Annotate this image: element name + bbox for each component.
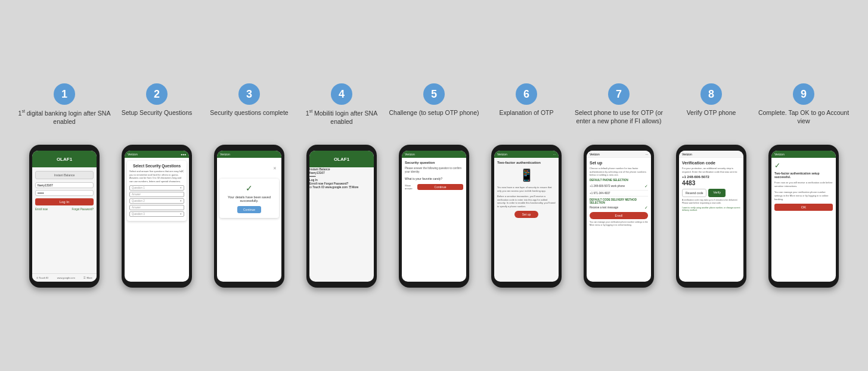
phone-5: Verizon Security question Please answer … bbox=[399, 145, 469, 288]
phone-6: Verizon ··· Two-factor authentication 📱 … bbox=[491, 145, 562, 288]
screen8-link[interactable]: I want to verify using another phone num… bbox=[682, 207, 740, 211]
screen2-q1[interactable]: Question 1▾ bbox=[129, 185, 184, 191]
step-8: 8 Verify OTP phone Verizon Verification … bbox=[665, 83, 758, 288]
nav4-touchid[interactable]: ⊙ Touch ID bbox=[309, 185, 324, 189]
step-5: 5 Challenge (to setup OTP phone) Verizon… bbox=[388, 83, 480, 288]
screen5-show[interactable]: Show answer bbox=[405, 184, 416, 190]
nav4-more[interactable]: ☰ More bbox=[349, 185, 359, 189]
step-8-label: Verify OTP phone bbox=[687, 108, 736, 117]
screen8-resend-btn[interactable]: Resend code bbox=[682, 189, 706, 197]
screen-6: Verizon ··· Two-factor authentication 📱 … bbox=[494, 151, 559, 282]
screen1-instant-btn[interactable]: Instant Balance bbox=[35, 171, 94, 179]
screen7-phone1[interactable]: +1 248-606-5072 work phone ✓ bbox=[590, 183, 648, 191]
screen2-close[interactable]: ✕ bbox=[181, 169, 184, 174]
step-4-header: 4 1st Mobiliti login after SNA enabled bbox=[296, 83, 388, 140]
nav-touchid[interactable]: ⊙ Touch ID bbox=[36, 276, 48, 279]
screen5-title: Security question bbox=[405, 161, 463, 164]
screen-4: OLAF1 Instant Balance fisery13167 ••••••… bbox=[309, 151, 374, 282]
screen3-topbar: Verizon bbox=[217, 151, 281, 158]
screen9-carrier: Verizon bbox=[774, 152, 785, 156]
phone-icon: 📱 bbox=[497, 168, 556, 182]
screen2-a1[interactable]: Answer bbox=[129, 192, 184, 197]
screen8-content: Verification code For your protection, a… bbox=[679, 158, 743, 214]
screen1-bottom-nav: ⊙ Touch ID www.google.com ☰ More bbox=[32, 273, 97, 282]
step-6-circle: 6 bbox=[516, 83, 537, 105]
screen7-topbar: Verizon ··· bbox=[587, 151, 651, 158]
step-9-header: 9 Complete. Tap OK to go Account view bbox=[758, 83, 850, 140]
screen7-manage-text: You can manage your verification phone n… bbox=[590, 221, 648, 227]
screen6-menu[interactable]: ··· bbox=[553, 152, 556, 156]
screen8-carrier: Verizon bbox=[682, 152, 692, 156]
step-6-header: 6 Explanation of OTP bbox=[499, 83, 553, 140]
screen2-q2[interactable]: Question 2▾ bbox=[129, 198, 184, 204]
screen6-setup-btn[interactable]: Set up bbox=[514, 211, 538, 218]
screen7-check1: ✓ bbox=[644, 184, 648, 189]
screen4-bottom-nav: ⊙ Touch ID www.google.com ☰ More bbox=[309, 185, 374, 189]
screen9-topbar: Verizon bbox=[771, 151, 836, 158]
step-5-header: 5 Challenge (to setup OTP phone) bbox=[389, 83, 479, 140]
screen7-desc: Choose a default phone number for two-fa… bbox=[590, 167, 648, 177]
screen7-phone2[interactable]: +1 971-344-4937 bbox=[590, 191, 648, 197]
step-8-header: 8 Verify OTP phone bbox=[687, 83, 736, 140]
screen3-check-icon: ✓ bbox=[223, 183, 275, 193]
phone-8: Verizon Verification code For your prote… bbox=[676, 145, 746, 288]
screen2-title: Select Security Questions bbox=[129, 164, 184, 168]
step-5-circle: 5 bbox=[423, 83, 445, 105]
phone-4: OLAF1 Instant Balance fisery13167 ••••••… bbox=[306, 145, 377, 288]
screen5-carrier: Verizon bbox=[405, 152, 415, 156]
screen1-username: fisery13167 bbox=[35, 182, 94, 188]
step-4-label: 1st Mobiliti login after SNA enabled bbox=[296, 108, 388, 126]
screen2-signal: ●●● bbox=[181, 152, 186, 156]
screen9-desc1: From now on you will receive a verificat… bbox=[774, 181, 833, 188]
screen1-login-btn[interactable]: Log In bbox=[35, 198, 94, 205]
screen9-success: Two-factor authentication setup successf… bbox=[774, 172, 833, 179]
screen1-password: •••••• bbox=[35, 190, 94, 196]
screen5-answer-row: Show answer Continue bbox=[405, 184, 463, 190]
nav-web: www.google.com bbox=[57, 276, 75, 279]
step-3-circle: 3 bbox=[238, 83, 260, 105]
screen-5: Verizon Security question Please answer … bbox=[402, 151, 466, 282]
step-7-label: Select phone to use for OTP (or enter a … bbox=[573, 108, 665, 125]
step-4-circle: 4 bbox=[331, 83, 352, 105]
screen1-forgot[interactable]: Forgot Password? bbox=[72, 208, 94, 211]
screen9-ok-btn[interactable]: OK bbox=[774, 204, 833, 211]
screen6-title: Two-factor authentication bbox=[497, 161, 556, 164]
screen5-continue[interactable]: Continue bbox=[417, 184, 463, 190]
nav4-web: www.google.com bbox=[325, 185, 348, 189]
screen4-bank-name: OLAF1 bbox=[334, 157, 349, 162]
nav-more[interactable]: ☰ More bbox=[83, 276, 92, 279]
screen2-q3[interactable]: Question 3▾ bbox=[129, 211, 184, 217]
step-3-header: 3 Security questions complete bbox=[210, 83, 288, 140]
screen8-desc: For your protection, an additional secur… bbox=[682, 167, 740, 173]
screen7-enroll-btn[interactable]: Enroll bbox=[590, 212, 648, 219]
screen2-desc: Select and answer five questions that ar… bbox=[129, 170, 184, 183]
screen2-modal: Select Security Questions Select and ans… bbox=[127, 161, 187, 221]
step-9-label: Complete. Tap OK to go Account view bbox=[758, 108, 850, 125]
screen8-code: 4483 bbox=[682, 180, 740, 186]
screen6-content: Two-factor authentication 📱 You now have… bbox=[494, 158, 559, 221]
step-1: 1 1st digital banking login after SNA en… bbox=[18, 83, 111, 288]
screen5-topbar: Verizon bbox=[402, 151, 466, 158]
screen-9: Verizon ✓ Two-factor authentication setu… bbox=[771, 151, 836, 282]
screen8-verify-btn[interactable]: Verify bbox=[708, 189, 726, 197]
screen3-close[interactable]: ✕ bbox=[273, 166, 277, 171]
screen2-a2[interactable]: Answer bbox=[129, 205, 184, 210]
phone-9: Verizon ✓ Two-factor authentication setu… bbox=[768, 145, 839, 288]
screen2-topbar: Verizon ●●● bbox=[125, 151, 189, 158]
screen4-topbar: OLAF1 bbox=[309, 151, 374, 167]
screen3-modal: ✓ Your details have been saved successfu… bbox=[219, 179, 279, 218]
step-9-circle: 9 bbox=[793, 83, 814, 105]
screen3-continue-btn[interactable]: Continue bbox=[237, 206, 261, 213]
screen1-enroll[interactable]: Enroll now bbox=[35, 208, 48, 211]
screen7-delivery-option[interactable]: Receive a text message ✓ bbox=[590, 205, 648, 210]
screen8-small-text: A verification code may take up to 2 min… bbox=[682, 199, 740, 205]
phone-7: Verizon ··· Set up Choose a default phon… bbox=[584, 145, 654, 288]
screen6-carrier: Verizon bbox=[497, 152, 507, 156]
step-7: 7 Select phone to use for OTP (or enter … bbox=[573, 83, 665, 288]
step-4: 4 1st Mobiliti login after SNA enabled O… bbox=[296, 83, 388, 288]
screen7-content: Set up Choose a default phone number for… bbox=[587, 158, 651, 230]
screen1-content: Instant Balance fisery13167 •••••• Log I… bbox=[32, 167, 97, 214]
step-1-label: 1st digital banking login after SNA enab… bbox=[18, 108, 111, 126]
screen7-menu[interactable]: ··· bbox=[646, 152, 648, 156]
step-5-label: Challenge (to setup OTP phone) bbox=[389, 108, 479, 117]
